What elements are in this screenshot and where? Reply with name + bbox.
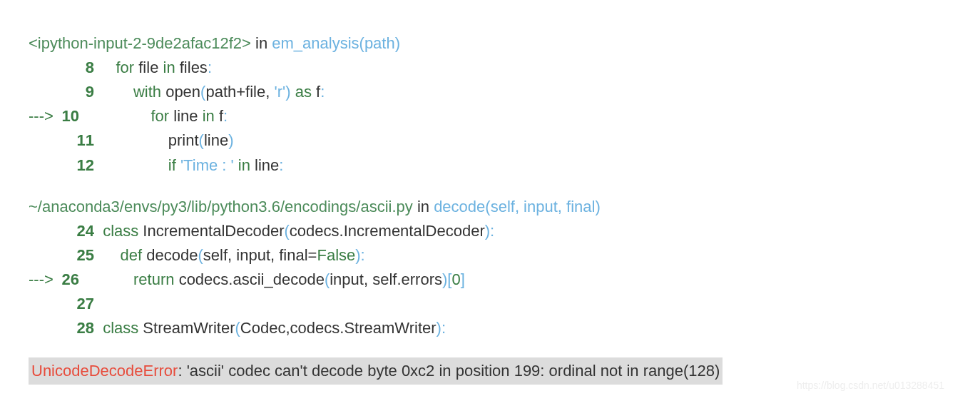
code-line: 25 def decode(self, input, final=False):: [29, 246, 365, 264]
code-line: 11 print(line): [29, 131, 234, 149]
code-line: 24 class IncrementalDecoder(codecs.Incre…: [29, 222, 494, 240]
error-message: : 'ascii' codec can't decode byte 0xc2 i…: [178, 362, 720, 380]
error-name: UnicodeDecodeError: [31, 362, 178, 380]
frame1-location: <ipython-input-2-9de2afac12f2>: [29, 34, 251, 52]
frame2-header: ~/anaconda3/envs/py3/lib/python3.6/encod…: [29, 198, 601, 215]
code-line-current: ---> 26 return codecs.ascii_decode(input…: [29, 270, 465, 288]
code-line: 8 for file in files:: [29, 59, 212, 76]
code-line: 28 class StreamWriter(Codec,codecs.Strea…: [29, 319, 446, 337]
traceback-output: <ipython-input-2-9de2afac12f2> in em_ana…: [29, 7, 951, 385]
frame1-header: <ipython-input-2-9de2afac12f2> in em_ana…: [29, 34, 400, 52]
frame2-func: decode: [434, 198, 485, 215]
code-line: 9 with open(path+file, 'r') as f:: [29, 83, 325, 101]
code-line-current: ---> 10 for line in f:: [29, 107, 228, 125]
code-line: 27: [29, 295, 98, 313]
frame2-location: ~/anaconda3/envs/py3/lib/python3.6/encod…: [29, 198, 413, 215]
code-line: 12 if 'Time : ' in line:: [29, 156, 283, 174]
frame1-func: em_analysis: [272, 34, 359, 52]
error-line: UnicodeDecodeError: 'ascii' codec can't …: [29, 357, 723, 385]
